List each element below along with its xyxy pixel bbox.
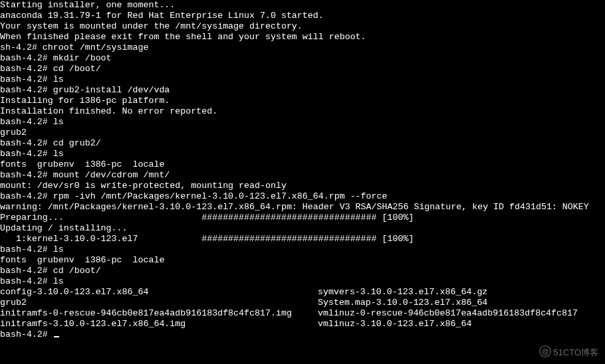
file-name: vmlinuz-0-rescue-946cb0e817ea4adb916183d… [318, 308, 589, 319]
file-listing-row: grub2System.map-3.10.0-123.el7.x86_64 [0, 298, 589, 308]
terminal-output-line: 1:kernel-3.10.0-123.el7 ################… [0, 234, 589, 244]
shell-prompt: bash-4.2# [0, 74, 53, 84]
shell-prompt: bash-4.2# [0, 329, 53, 339]
terminal-intro-line: Your system is mounted under the /mnt/sy… [0, 21, 589, 32]
terminal-output-line: Installing for i386-pc platform. [0, 96, 589, 106]
shell-prompt: bash-4.2# [0, 191, 53, 201]
shell-command: grub2-install /dev/vda [53, 85, 170, 95]
shell-prompt: bash-4.2# [0, 266, 53, 276]
shell-command: ls [53, 117, 64, 127]
shell-prompt: bash-4.2# [0, 117, 53, 127]
terminal-command-line: bash-4.2# ls [0, 244, 589, 255]
file-name: symvers-3.10.0-123.el7.x86_64.gz [318, 287, 589, 298]
file-name: config-3.10.0-123.el7.x86_64 [0, 287, 318, 298]
file-name: vmlinuz-3.10.0-123.el7.x86_64 [318, 319, 589, 329]
file-name: grub2 [0, 298, 318, 308]
shell-command: cd /boot/ [53, 64, 101, 74]
terminal-command-line: bash-4.2# cd grub2/ [0, 138, 589, 149]
shell-prompt: bash-4.2# [0, 64, 53, 74]
file-listing-row: initramfs-3.10.0-123.el7.x86_64.imgvmlin… [0, 319, 589, 329]
terminal-current-line[interactable]: bash-4.2# [0, 329, 589, 340]
shell-prompt: bash-4.2# [0, 53, 53, 63]
shell-prompt: bash-4.2# [0, 138, 53, 148]
shell-command: ls [53, 276, 64, 286]
cursor-icon [54, 336, 59, 337]
shell-prompt: bash-4.2# [0, 170, 53, 180]
shell-command: cd /boot/ [53, 266, 101, 276]
terminal-output-line: grub2 [0, 128, 589, 138]
file-listing-row: initramfs-0-rescue-946cb0e817ea4adb91618… [0, 308, 589, 319]
file-name: initramfs-0-rescue-946cb0e817ea4adb91618… [0, 308, 318, 319]
terminal-command-line: bash-4.2# ls [0, 117, 589, 128]
shell-prompt: bash-4.2# [0, 85, 53, 95]
shell-command: mkdir /boot [53, 53, 112, 63]
shell-command: chroot /mnt/sysimage [43, 43, 149, 52]
terminal-command-line: bash-4.2# cd /boot/ [0, 266, 589, 276]
terminal-command-line: bash-4.2# grub2-install /dev/vda [0, 85, 589, 96]
terminal-output-line: fonts grubenv i386-pc locale [0, 255, 589, 266]
shell-prompt: bash-4.2# [0, 149, 53, 159]
shell-command: ls [53, 244, 64, 254]
terminal-intro-line: Starting installer, one moment... [0, 0, 589, 11]
terminal-command-line: bash-4.2# cd /boot/ [0, 64, 589, 74]
shell-command: ls [53, 74, 64, 84]
watermark-badge: @ 51CTO博客 [539, 345, 598, 360]
shell-prompt: sh-4.2# [0, 43, 43, 52]
terminal-command-line: bash-4.2# mkdir /boot [0, 53, 589, 64]
terminal-output-line: Preparing... ###########################… [0, 213, 589, 223]
terminal-output-line: fonts grubenv i386-pc locale [0, 159, 589, 170]
file-listing-row: config-3.10.0-123.el7.x86_64symvers-3.10… [0, 287, 589, 298]
terminal-command-line: bash-4.2# ls [0, 149, 589, 159]
terminal-output-line: mount: /dev/sr0 is write-protected, moun… [0, 181, 589, 191]
file-name: initramfs-3.10.0-123.el7.x86_64.img [0, 319, 318, 329]
terminal-command-line: sh-4.2# chroot /mnt/sysimage [0, 43, 589, 53]
terminal-command-line: bash-4.2# mount /dev/cdrom /mnt/ [0, 170, 589, 181]
terminal-command-line: bash-4.2# ls [0, 276, 589, 287]
terminal-intro-line: anaconda 19.31.79-1 for Red Hat Enterpri… [0, 11, 589, 21]
shell-command: ls [53, 149, 64, 159]
shell-prompt: bash-4.2# [0, 276, 53, 286]
file-name: System.map-3.10.0-123.el7.x86_64 [318, 298, 589, 308]
watermark-icon: @ [539, 345, 551, 360]
svg-text:@: @ [542, 347, 549, 355]
terminal-command-line: bash-4.2# rpm -ivh /mnt/Packages/kernel-… [0, 191, 589, 202]
shell-command: cd grub2/ [53, 138, 101, 148]
terminal-output-line: Installation finished. No error reported… [0, 106, 589, 117]
terminal-output-line: Updating / installing... [0, 223, 589, 234]
shell-command: mount /dev/cdrom /mnt/ [53, 170, 170, 180]
terminal-command-line: bash-4.2# ls [0, 74, 589, 85]
watermark-text: 51CTO博客 [553, 347, 598, 358]
shell-prompt: bash-4.2# [0, 244, 53, 254]
terminal-output[interactable]: Starting installer, one moment...anacond… [0, 0, 589, 340]
terminal-intro-line: When finished please exit from the shell… [0, 32, 589, 43]
terminal-output-line: warning: /mnt/Packages/kernel-3.10.0-123… [0, 202, 589, 213]
shell-command: rpm -ivh /mnt/Packages/kernel-3.10.0-123… [53, 191, 388, 201]
